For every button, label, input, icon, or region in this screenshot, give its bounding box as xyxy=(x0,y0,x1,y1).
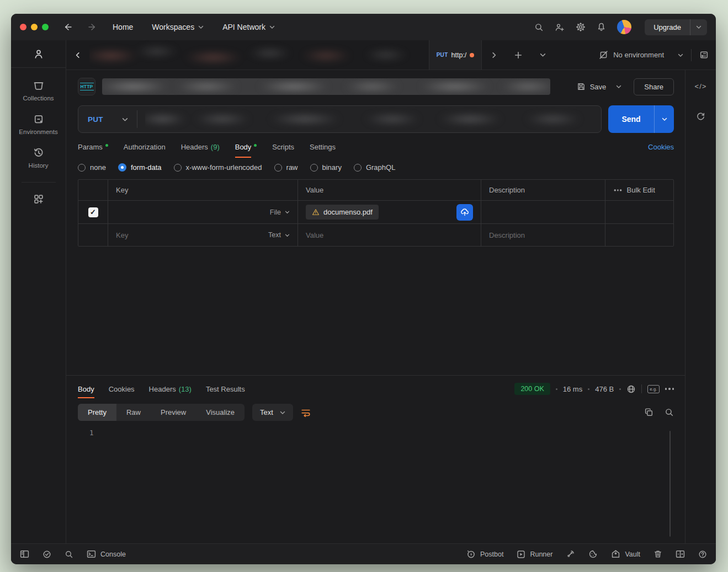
search-response-icon[interactable] xyxy=(665,408,674,417)
sidebar-configure-panes-button[interactable] xyxy=(33,194,44,205)
console-button[interactable]: Console xyxy=(87,550,126,558)
forward-icon[interactable] xyxy=(87,23,97,31)
scroll-tabs-right-button[interactable] xyxy=(482,40,506,70)
save-as-example-icon[interactable]: e.g. xyxy=(647,385,659,393)
network-globe-icon[interactable] xyxy=(626,384,636,394)
save-options-button[interactable] xyxy=(612,81,626,92)
method-selector[interactable]: PUT xyxy=(78,115,137,124)
runner-button[interactable]: Runner xyxy=(517,550,552,559)
user-avatar[interactable] xyxy=(617,20,631,34)
column-header-key: Key xyxy=(116,186,128,194)
upgrade-menu-button[interactable] xyxy=(690,19,707,35)
response-scrollbar[interactable] xyxy=(669,431,671,537)
send-button[interactable]: Send xyxy=(608,105,654,133)
invite-user-icon[interactable] xyxy=(555,23,565,32)
body-mode-none[interactable]: none xyxy=(78,163,106,172)
upload-file-button[interactable] xyxy=(456,204,473,221)
minimize-window-button[interactable] xyxy=(31,24,38,30)
row-type-selector[interactable]: File xyxy=(270,209,290,216)
find-replace-button[interactable] xyxy=(65,550,73,559)
capture-requests-button[interactable] xyxy=(566,549,575,559)
tab-scripts[interactable]: Scripts xyxy=(272,143,294,151)
view-preview[interactable]: Preview xyxy=(151,404,196,421)
nav-api-network[interactable]: API Network xyxy=(222,23,275,31)
vault-button[interactable]: Vault xyxy=(611,549,640,559)
response-options-button[interactable] xyxy=(665,388,674,390)
sidebar-item-collections[interactable]: Collections xyxy=(23,80,54,101)
nav-workspaces[interactable]: Workspaces xyxy=(152,23,204,31)
redacted-request-name[interactable] xyxy=(102,78,550,95)
response-tab-body[interactable]: Body xyxy=(78,385,94,393)
environment-quick-look-button[interactable] xyxy=(692,40,716,70)
status-badge[interactable]: 200 OK xyxy=(514,383,550,395)
body-mode-binary[interactable]: binary xyxy=(310,163,342,172)
tab-authorization[interactable]: Authorization xyxy=(124,143,166,151)
response-tab-test-results[interactable]: Test Results xyxy=(206,385,245,393)
close-window-button[interactable] xyxy=(20,24,26,30)
value-input[interactable]: Value xyxy=(298,224,481,246)
row-checkbox-checked[interactable]: ✓ xyxy=(88,207,98,217)
body-mode-x-www-form-urlencoded[interactable]: x-www-form-urlencoded xyxy=(174,163,262,172)
response-format-selector[interactable]: Text xyxy=(252,404,293,421)
save-button[interactable]: Save xyxy=(571,79,612,94)
back-icon[interactable] xyxy=(63,23,73,31)
view-pretty[interactable]: Pretty xyxy=(78,404,116,421)
sidebar-account-icon[interactable] xyxy=(11,40,66,68)
new-tab-button[interactable] xyxy=(506,40,530,70)
tab-params[interactable]: Params xyxy=(78,143,108,151)
wrap-lines-button[interactable] xyxy=(301,408,311,417)
tab-headers[interactable]: Headers(9) xyxy=(181,143,220,151)
cookies-link[interactable]: Cookies xyxy=(648,143,674,151)
console-label: Console xyxy=(100,550,126,558)
zoom-window-button[interactable] xyxy=(42,24,49,30)
refresh-sync-icon[interactable] xyxy=(696,111,705,121)
response-tab-headers[interactable]: Headers(13) xyxy=(149,385,192,393)
response-time[interactable]: 16 ms xyxy=(563,385,582,393)
tab-body[interactable]: Body xyxy=(235,143,257,151)
value-placeholder: Value xyxy=(306,231,323,239)
environment-selector[interactable]: No environment xyxy=(591,40,691,70)
upgrade-button[interactable]: Upgrade xyxy=(645,19,690,35)
row-type-selector[interactable]: Text xyxy=(268,231,290,239)
help-button[interactable] xyxy=(698,550,707,559)
tab-method-label: PUT xyxy=(437,52,448,58)
tab-settings[interactable]: Settings xyxy=(310,143,336,151)
code-snippet-icon[interactable]: </> xyxy=(695,82,707,90)
type-label: Text xyxy=(268,231,281,239)
trash-button[interactable] xyxy=(653,549,662,559)
toggle-sidebar-button[interactable] xyxy=(20,550,29,558)
status-check-button[interactable] xyxy=(42,550,51,559)
search-icon[interactable] xyxy=(534,23,544,32)
tab-label: Headers xyxy=(149,385,176,393)
key-input[interactable]: Key Text xyxy=(108,224,298,246)
view-raw[interactable]: Raw xyxy=(116,404,151,421)
tab-options-button[interactable] xyxy=(530,40,555,70)
body-mode-form-data[interactable]: form-data xyxy=(118,163,162,172)
body-mode-raw[interactable]: raw xyxy=(274,163,298,172)
response-size[interactable]: 476 B xyxy=(595,385,614,393)
two-pane-view-button[interactable] xyxy=(676,550,685,558)
active-request-tab[interactable]: PUT http:/ xyxy=(429,40,482,70)
redacted-request-tabs[interactable] xyxy=(89,40,429,70)
response-toolbar: Pretty Raw Preview Visualize Text xyxy=(78,404,674,421)
nav-home[interactable]: Home xyxy=(113,23,133,31)
response-body-editor[interactable]: 1 xyxy=(66,425,685,543)
redacted-url-input[interactable] xyxy=(145,109,593,130)
description-input[interactable]: Description xyxy=(481,224,605,246)
bulk-edit-button[interactable]: Bulk Edit xyxy=(605,180,673,200)
sidebar-item-history[interactable]: History xyxy=(29,147,49,169)
notifications-bell-icon[interactable] xyxy=(597,22,606,32)
file-chip[interactable]: documenso.pdf xyxy=(306,205,379,220)
share-button[interactable]: Share xyxy=(634,78,674,95)
sidebar-item-environments[interactable]: Environments xyxy=(19,114,57,135)
response-tab-cookies[interactable]: Cookies xyxy=(109,385,135,393)
settings-gear-icon[interactable] xyxy=(576,22,586,32)
postbot-button[interactable]: Postbot xyxy=(466,549,503,559)
view-visualize[interactable]: Visualize xyxy=(196,404,245,421)
body-mode-graphql[interactable]: GraphQL xyxy=(354,163,395,172)
send-options-button[interactable] xyxy=(654,105,674,133)
scroll-tabs-left-button[interactable] xyxy=(66,40,89,70)
cookies-button[interactable] xyxy=(588,549,598,559)
copy-response-icon[interactable] xyxy=(644,408,653,417)
plus-icon xyxy=(514,51,522,59)
